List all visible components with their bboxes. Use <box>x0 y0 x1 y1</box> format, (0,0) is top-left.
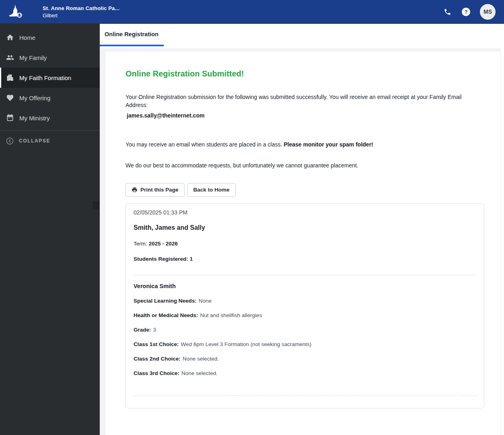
spam-folder-warning: Please monitor your spam folder! <box>284 141 373 148</box>
field-value: 3 <box>153 327 156 333</box>
church-logo-icon <box>7 3 23 20</box>
action-buttons: Print this Page Back to Home <box>125 183 484 197</box>
sidebar-item-my-ministry[interactable]: My Ministry <box>0 108 100 128</box>
student-name: Veronica Smith <box>134 283 476 289</box>
heart-icon <box>6 94 14 102</box>
phone-icon <box>444 8 451 16</box>
term-row: Term:2025 - 2026 <box>134 241 476 247</box>
student-field-row: Class 1st Choice:Wed 6pm Level 3 Formati… <box>134 341 476 347</box>
family-email-value: james.sally@theinternet.com <box>127 112 484 119</box>
term-value: 2025 - 2026 <box>149 241 178 247</box>
app-layout: Home My Family My Faith Formation My Off… <box>0 23 504 435</box>
phone-button[interactable] <box>444 8 451 16</box>
sidebar-item-label: My Family <box>19 54 47 61</box>
field-label: Class 3rd Choice: <box>134 370 179 376</box>
students-registered-value: 1 <box>190 256 193 262</box>
placement-disclaimer: We do our best to accommodate requests, … <box>125 162 484 169</box>
faith-formation-building-icon <box>6 74 14 82</box>
print-page-label: Print this Page <box>140 187 179 193</box>
main-area: Online Registration Online Registration … <box>100 23 504 435</box>
student-field-row: Class 2nd Choice:None selected. <box>134 356 476 362</box>
content-region: Online Registration Submitted! Your Onli… <box>100 48 504 435</box>
students-registered-label: Students Registered: <box>134 256 188 262</box>
organization-name: St. Anne Roman Catholic Pa... <box>43 5 119 11</box>
sidebar-collapse-button[interactable]: COLLAPSE <box>0 131 100 151</box>
family-icon <box>6 54 14 62</box>
help-button[interactable]: ? <box>462 8 470 16</box>
tab-label: Online Registration <box>105 31 158 37</box>
field-label: Health or Medical Needs: <box>134 312 198 318</box>
registration-receipt-card: 02/05/2025 01:33 PM Smith, James and Sal… <box>125 203 484 408</box>
field-label: Grade: <box>134 327 151 333</box>
sidebar-item-my-offering[interactable]: My Offering <box>0 88 100 108</box>
sidebar-item-my-family[interactable]: My Family <box>0 47 100 68</box>
submission-timestamp: 02/05/2025 01:33 PM <box>134 209 476 216</box>
collapse-label: COLLAPSE <box>19 138 50 144</box>
field-value: None <box>199 298 212 304</box>
placement-note: You may receive an email when students a… <box>125 141 484 148</box>
field-value: None selected. <box>181 370 218 376</box>
sidebar-item-home[interactable]: Home <box>0 27 100 47</box>
field-label: Class 1st Choice: <box>134 341 179 347</box>
page-card: Online Registration Submitted! Your Onli… <box>105 52 500 435</box>
section-divider <box>134 275 476 275</box>
term-label: Term: <box>134 241 147 247</box>
sidebar-item-label: My Offering <box>19 95 50 101</box>
dashed-divider <box>134 396 476 396</box>
sidebar-scrollbar-thumb[interactable] <box>93 201 99 210</box>
family-name: Smith, James and Sally <box>134 224 476 231</box>
calendar-icon <box>6 114 14 122</box>
avatar-initials: MS <box>483 8 492 15</box>
back-to-home-label: Back to Home <box>193 187 230 193</box>
vertical-scrollbar[interactable] <box>501 24 504 435</box>
sidebar: Home My Family My Faith Formation My Off… <box>0 23 100 435</box>
chevron-left-circle-icon <box>6 137 14 145</box>
field-value: Wed 6pm Level 3 Formation (not seeking s… <box>181 341 312 347</box>
help-icon: ? <box>465 8 468 16</box>
header-actions: ? MS <box>444 4 504 20</box>
page-title: Online Registration Submitted! <box>125 69 484 78</box>
field-label: Special Learning Needs: <box>134 298 197 304</box>
printer-icon <box>132 187 138 193</box>
placement-note-plain: You may receive an email when students a… <box>125 141 284 148</box>
students-registered-row: Students Registered:1 <box>134 256 476 262</box>
sidebar-item-my-faith-formation[interactable]: My Faith Formation <box>0 68 100 88</box>
submission-intro-text: Your Online Registration submission for … <box>125 93 484 109</box>
sidebar-item-label: Home <box>19 34 35 41</box>
student-field-row: Health or Medical Needs:Nut and shellfis… <box>134 312 476 318</box>
field-value: None selected. <box>183 356 219 362</box>
avatar[interactable]: MS <box>480 4 496 20</box>
home-icon <box>6 33 14 41</box>
student-field-row: Grade:3 <box>134 327 476 333</box>
sidebar-item-label: My Faith Formation <box>19 74 71 81</box>
organization-info: St. Anne Roman Catholic Pa... Gilbert <box>43 5 119 19</box>
field-label: Class 2nd Choice: <box>134 356 181 362</box>
tab-bar: Online Registration <box>100 24 504 48</box>
sidebar-footer: COLLAPSE <box>0 130 100 151</box>
organization-location: Gilbert <box>43 13 119 19</box>
student-field-row: Special Learning Needs:None <box>134 298 476 304</box>
field-value: Nut and shellfish allergies <box>200 312 262 318</box>
sidebar-item-label: My Ministry <box>19 115 50 122</box>
back-to-home-button[interactable]: Back to Home <box>187 183 236 197</box>
print-page-button[interactable]: Print this Page <box>125 183 185 197</box>
student-field-row: Class 3rd Choice:None selected. <box>134 370 476 376</box>
tab-online-registration[interactable]: Online Registration <box>100 24 164 46</box>
top-header-bar: St. Anne Roman Catholic Pa... Gilbert ? … <box>0 0 504 23</box>
